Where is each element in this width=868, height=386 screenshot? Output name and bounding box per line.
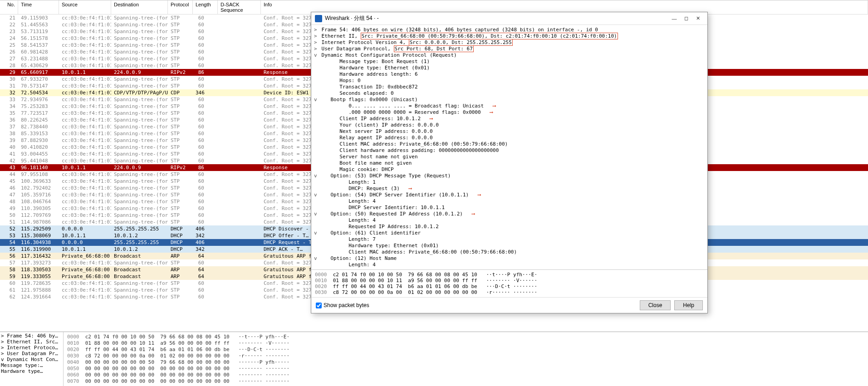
dialog-tree-line[interactable]: 0... .... .... .... = Broadcast flag: Un… xyxy=(314,103,705,109)
dialog-tree-line[interactable]: Server host name not given xyxy=(314,154,705,160)
dialog-titlebar[interactable]: Wireshark · 分组 54 · - — ◻ ✕ xyxy=(311,12,707,25)
dialog-tree-line[interactable]: Client MAC address: Private_66:68:00 (00… xyxy=(314,249,705,255)
dialog-tree-line[interactable]: v Option: (12) Host Name xyxy=(314,255,705,262)
dialog-tree-line[interactable]: Relay agent IP address: 0.0.0.0 xyxy=(314,135,705,141)
hex-line[interactable]: 0000 c2 01 74 f0 00 10 00 50 79 66 68 00… xyxy=(67,334,864,340)
packet-detail-dialog: Wireshark · 分组 54 · - — ◻ ✕ > Frame 54: … xyxy=(311,12,708,313)
col-header-length[interactable]: Length xyxy=(193,0,218,14)
hex-line[interactable]: 0010 01 88 00 00 00 00 10 11 a9 56 00 00… xyxy=(67,340,864,347)
dialog-tree-line[interactable]: v Bootp flags: 0x0000 (Unicast) xyxy=(314,97,705,103)
dialog-tree-line[interactable]: Hardware address length: 6 xyxy=(314,71,705,78)
col-header-protocol[interactable]: Protocol xyxy=(168,0,193,14)
dialog-hex-line[interactable]: 0000 c2 01 74 f0 00 10 00 50 79 66 68 00… xyxy=(315,272,704,278)
wireshark-icon xyxy=(315,15,322,22)
dialog-tree-line[interactable]: Next server IP address: 0.0.0.0 xyxy=(314,128,705,135)
tree-line[interactable]: > Ethernet II, Src… xyxy=(1,339,62,345)
dialog-tree-line[interactable]: DHCP Server Identifier: 10.0.1.1 xyxy=(314,205,705,211)
dialog-tree-line[interactable]: Client hardware address padding: 0000000… xyxy=(314,147,705,154)
dialog-tree-line[interactable]: v Dynamic Host Configuration Protocol (R… xyxy=(314,52,705,59)
dialog-tree-line[interactable]: Message type: Boot Request (1) xyxy=(314,59,705,65)
hex-line[interactable]: 0050 00 00 00 00 00 00 00 00 00 00 00 00… xyxy=(67,366,864,372)
tree-line[interactable]: Hardware type… xyxy=(1,368,62,374)
col-header-no[interactable]: No. xyxy=(0,0,18,14)
dialog-tree-line[interactable]: Boot file name not given xyxy=(314,160,705,166)
annotation-arrow-icon: ⟶ xyxy=(490,109,493,115)
close-button[interactable]: ✕ xyxy=(692,14,704,23)
minimize-button[interactable]: — xyxy=(668,14,680,23)
maximize-button[interactable]: ◻ xyxy=(680,14,692,23)
dialog-tree-line[interactable]: Length: 4 xyxy=(314,217,705,224)
show-packet-bytes-checkbox[interactable]: Show packet bytes xyxy=(316,302,369,308)
annotation-arrow-icon: ⟶ xyxy=(493,103,496,109)
col-header-destination[interactable]: Destination xyxy=(111,0,168,14)
annotation-arrow-icon: ⟶ xyxy=(472,211,475,217)
hex-line[interactable]: 0060 00 00 00 00 00 00 00 00 00 00 00 00… xyxy=(67,372,864,378)
dialog-tree-line[interactable]: Your (client) IP address: 0.0.0.0 xyxy=(314,122,705,128)
dialog-help-button[interactable]: Help xyxy=(674,300,703,310)
col-header-source[interactable]: Source xyxy=(59,0,111,14)
show-packet-bytes-label: Show packet bytes xyxy=(324,302,369,308)
dialog-tree-line[interactable]: > Frame 54: 406 bytes on wire (3248 bits… xyxy=(314,27,705,33)
dialog-tree-line[interactable]: v Option: (50) Requested IP Address (10.… xyxy=(314,211,705,217)
dialog-tree-line[interactable]: Requested IP Address: 10.0.1.2 xyxy=(314,224,705,230)
dialog-tree-line[interactable]: v Option: (61) Client identifier xyxy=(314,230,705,236)
packet-details-tree-small[interactable]: > Frame 54: 406 by…> Ethernet II, Src…> … xyxy=(0,332,64,386)
dialog-hex-line[interactable]: 0010 01 88 00 00 00 00 10 11 a9 56 00 00… xyxy=(315,278,704,283)
show-packet-bytes-input[interactable] xyxy=(316,303,322,308)
dialog-close-button[interactable]: Close xyxy=(640,300,671,310)
tree-line[interactable]: > User Datagram Pr… xyxy=(1,351,62,357)
dialog-tree-line[interactable]: Length: 1 xyxy=(314,179,705,186)
annotation-arrow-icon: ⟶ xyxy=(430,116,433,122)
tree-line[interactable]: v Dynamic Host Con… xyxy=(1,357,62,362)
col-header-dsack[interactable]: D-SACK Sequence xyxy=(218,0,261,14)
dialog-tree-line[interactable]: Length: 4 xyxy=(314,198,705,205)
dialog-tree-line[interactable]: Seconds elapsed: 0 xyxy=(314,90,705,97)
dialog-tree-line[interactable]: Length: 7 xyxy=(314,236,705,243)
dialog-tree-line[interactable]: Client IP address: 10.0.1.2 ⟶ xyxy=(314,116,705,122)
hex-line[interactable]: 0040 00 00 00 00 00 00 00 50 79 66 68 00… xyxy=(67,359,864,366)
dialog-tree-line[interactable]: Magic cookie: DHCP xyxy=(314,166,705,173)
tree-line[interactable]: Message type:… xyxy=(1,362,62,368)
packet-bytes-hex-small[interactable]: 0000 c2 01 74 f0 00 10 00 50 79 66 68 00… xyxy=(64,332,868,386)
hex-line[interactable]: 0070 00 00 00 00 00 00 00 00 00 00 00 00… xyxy=(67,378,864,385)
dialog-packet-tree[interactable]: > Frame 54: 406 bytes on wire (3248 bits… xyxy=(311,25,707,269)
col-header-time[interactable]: Time xyxy=(18,0,59,14)
hex-line[interactable]: 0030 c8 72 00 00 00 00 0a 00 01 02 00 00… xyxy=(67,353,864,359)
hex-line[interactable]: 0020 ff ff 00 44 00 43 01 74 b6 aa 01 01… xyxy=(67,347,864,353)
dialog-tree-line[interactable]: Hardware type: Ethernet (0x01) xyxy=(314,243,705,249)
dialog-tree-line[interactable]: v Option: (54) DHCP Server Identifier (1… xyxy=(314,192,705,198)
dialog-tree-line[interactable]: Hops: 0 xyxy=(314,78,705,84)
tree-line[interactable]: > Internet Protoco… xyxy=(1,345,62,351)
dialog-title-text: Wireshark · 分组 54 · - xyxy=(325,15,668,22)
tree-line[interactable]: > Frame 54: 406 by… xyxy=(1,333,62,339)
dialog-tree-line[interactable]: > Internet Protocol Version 4, Src: 0.0.… xyxy=(314,39,705,46)
dialog-tree-line[interactable]: Length: 4 xyxy=(314,262,705,268)
dialog-tree-line[interactable]: Hardware type: Ethernet (0x01) xyxy=(314,65,705,71)
dialog-tree-line[interactable]: > Ethernet II, Src: Private_66:68:00 (00… xyxy=(314,33,705,39)
dialog-tree-line[interactable]: > User Datagram Protocol, Src Port: 68, … xyxy=(314,46,705,52)
dialog-tree-line[interactable]: DHCP: Request (3) ⟶ xyxy=(314,186,705,192)
dialog-tree-line[interactable]: Client MAC address: Private_66:68:00 (00… xyxy=(314,141,705,147)
dialog-hex-line[interactable]: 0030 c8 72 00 00 00 00 0a 00 01 02 00 00… xyxy=(315,289,704,295)
dialog-hex-pane[interactable]: 0000 c2 01 74 f0 00 10 00 50 79 66 68 00… xyxy=(311,269,707,297)
dialog-tree-line[interactable]: v Option: (53) DHCP Message Type (Reques… xyxy=(314,173,705,179)
dialog-hex-line[interactable]: 0020 ff ff 00 44 00 43 01 74 b6 aa 01 01… xyxy=(315,283,704,289)
annotation-arrow-icon: ⟶ xyxy=(478,192,481,198)
dialog-tree-line[interactable]: .000 0000 0000 0000 = Reserved flags: 0x… xyxy=(314,109,705,116)
annotation-arrow-icon: ⟶ xyxy=(409,186,412,191)
dialog-tree-line[interactable]: Transaction ID: 0xdbbec872 xyxy=(314,84,705,90)
